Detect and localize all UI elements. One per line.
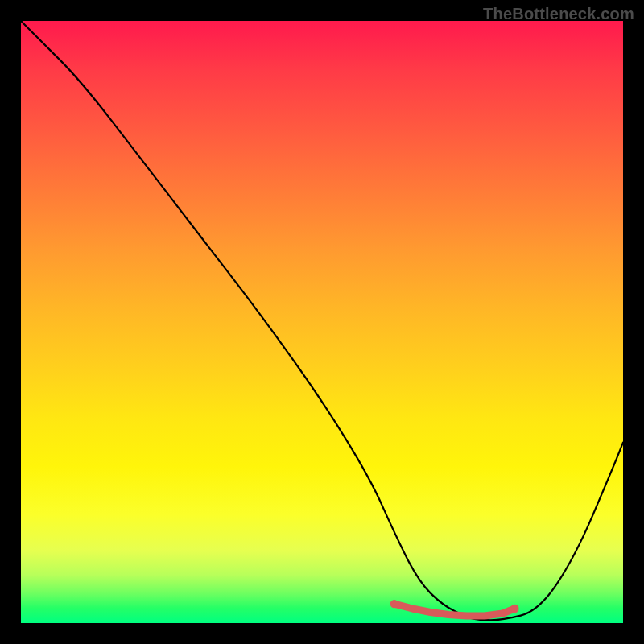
minimum-marker [390,600,519,616]
curve-path [21,21,623,620]
plot-area [21,21,623,623]
chart-svg [21,21,623,623]
marker-dot [510,605,518,613]
watermark-label: TheBottleneck.com [483,5,634,23]
bottleneck-curve [21,21,623,620]
chart-frame: TheBottleneck.com [0,0,644,644]
marker-stroke [394,604,515,616]
marker-dot [390,600,398,608]
